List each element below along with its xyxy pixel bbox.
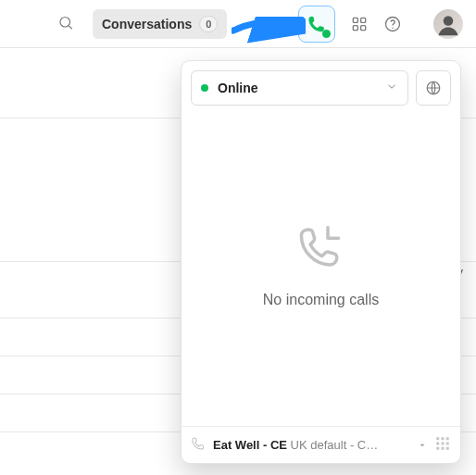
phone-outline-icon bbox=[191, 436, 206, 454]
svg-rect-12 bbox=[446, 437, 449, 440]
svg-rect-17 bbox=[442, 447, 445, 450]
presence-status-label: Online bbox=[218, 81, 258, 95]
top-toolbar: Conversations 0 bbox=[0, 0, 476, 48]
svg-rect-2 bbox=[353, 18, 357, 22]
svg-point-7 bbox=[392, 27, 394, 28]
globe-icon bbox=[425, 80, 442, 96]
calls-panel: Online No incoming calls Eat Well - CE U… bbox=[181, 60, 461, 464]
panel-header: Online bbox=[182, 61, 460, 106]
empty-state-text: No incoming calls bbox=[263, 292, 379, 308]
avatar[interactable] bbox=[433, 9, 463, 39]
svg-rect-16 bbox=[436, 447, 439, 450]
svg-line-1 bbox=[69, 25, 71, 28]
app-stage: Gro – – – V Conversations 0 bbox=[0, 0, 476, 475]
active-line-select[interactable]: Eat Well - CE UK default - C… bbox=[213, 438, 410, 452]
conversations-label: Conversations bbox=[102, 17, 192, 31]
svg-rect-14 bbox=[442, 443, 445, 445]
search-icon[interactable] bbox=[57, 14, 74, 33]
panel-body: No incoming calls bbox=[182, 106, 460, 426]
svg-rect-18 bbox=[446, 447, 449, 450]
presence-dot-icon bbox=[201, 84, 208, 92]
svg-rect-3 bbox=[361, 18, 366, 22]
conversations-count-badge: 0 bbox=[199, 16, 218, 32]
svg-rect-10 bbox=[436, 437, 439, 440]
conversations-tab[interactable]: Conversations 0 bbox=[93, 9, 227, 39]
dialpad-icon[interactable] bbox=[434, 435, 451, 455]
help-icon[interactable] bbox=[383, 15, 402, 33]
svg-rect-4 bbox=[353, 26, 357, 31]
presence-status-select[interactable]: Online bbox=[191, 70, 408, 106]
phone-button[interactable] bbox=[298, 6, 335, 43]
active-line-name: Eat Well - CE bbox=[213, 438, 287, 452]
svg-rect-5 bbox=[361, 26, 366, 31]
svg-point-0 bbox=[60, 17, 70, 27]
avatar-silhouette-icon bbox=[435, 11, 461, 37]
globe-button[interactable] bbox=[416, 70, 451, 106]
svg-rect-11 bbox=[442, 437, 445, 440]
svg-point-8 bbox=[444, 16, 454, 26]
svg-rect-15 bbox=[446, 443, 449, 445]
chevron-down-icon bbox=[385, 81, 398, 96]
presence-dot-icon bbox=[322, 30, 331, 38]
svg-rect-13 bbox=[436, 443, 439, 445]
caret-down-icon bbox=[418, 438, 427, 453]
active-line-detail: UK default - C… bbox=[287, 438, 378, 452]
apps-grid-icon[interactable] bbox=[350, 15, 369, 33]
panel-footer: Eat Well - CE UK default - C… bbox=[182, 426, 460, 463]
missed-call-icon bbox=[295, 223, 347, 275]
